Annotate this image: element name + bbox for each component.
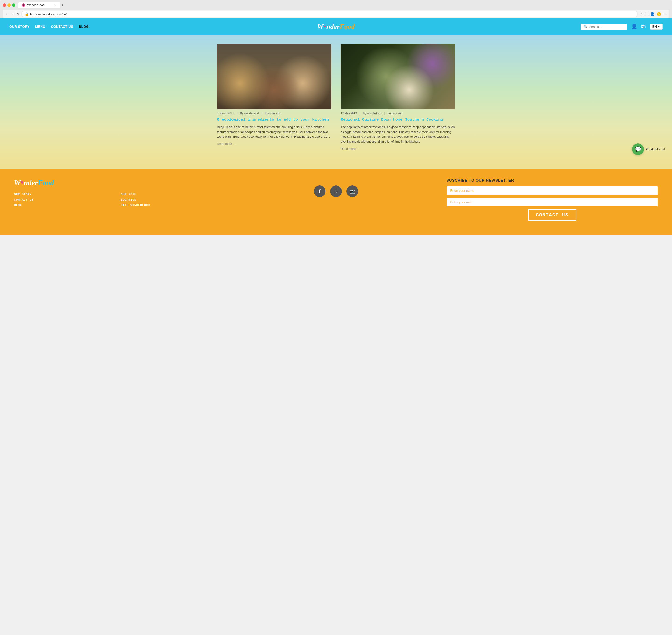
nav-our-story[interactable]: OUR STORY xyxy=(9,25,30,28)
newsletter-email-input[interactable] xyxy=(447,198,658,207)
main-content: 5 March 2020 | By wonderfood | Eco-Frien… xyxy=(0,35,672,169)
blog-title-2[interactable]: Regional Cuisine Down Home Southern Cook… xyxy=(341,117,455,123)
close-button[interactable] xyxy=(3,3,6,7)
user-icon[interactable]: 👤 xyxy=(631,24,637,30)
blog-author-2: By wonderfood xyxy=(363,112,382,115)
lang-label: EN xyxy=(652,25,657,28)
blog-meta-2: 12 May 2019 | By wonderfood | Yummy Yum xyxy=(341,112,455,115)
blog-meta-1: 5 March 2020 | By wonderfood | Eco-Frien… xyxy=(217,112,331,115)
site-wrapper: OUR STORY MENU CONTACT US BLOG W ♥ nder … xyxy=(0,18,672,235)
traffic-lights xyxy=(3,3,15,7)
twitter-icon[interactable]: t xyxy=(330,185,342,197)
cart-icon[interactable]: 🛍 xyxy=(641,24,646,30)
facebook-icon[interactable]: f xyxy=(314,185,325,197)
blog-category-2: Yummy Yum xyxy=(388,112,403,115)
search-input[interactable] xyxy=(589,25,624,28)
footer-nav-location[interactable]: LOCATION xyxy=(121,198,225,201)
logo-heart-icon: ♥ xyxy=(324,24,326,29)
footer-logo-food: Food xyxy=(38,178,54,187)
maximize-button[interactable] xyxy=(12,3,15,7)
read-more-1[interactable]: Read more xyxy=(217,142,331,146)
url-text: https://wonderfood.com/en/ xyxy=(30,13,67,16)
language-selector[interactable]: EN ▼ xyxy=(650,24,663,30)
blog-category-1: Eco-Friendly xyxy=(265,112,280,115)
footer-nav-rate[interactable]: RATE WONDERFOOD xyxy=(121,203,225,207)
newsletter-section: SUSCRIBE TO OUR NEWSLETTER CONTACT US xyxy=(447,178,658,221)
nav-contact-us[interactable]: CONTACT US xyxy=(51,25,73,28)
blog-image-1 xyxy=(217,44,331,109)
search-icon: 🔍 xyxy=(584,25,587,28)
instagram-icon[interactable]: 📷 xyxy=(347,185,358,197)
footer-logo-wonder-rest: nder xyxy=(24,178,38,187)
browser-toolbar: ← → ↻ 🔒 https://wonderfood.com/en/ ☆ ☰ 👤… xyxy=(3,9,669,18)
logo-food: Food xyxy=(340,23,355,30)
contact-us-button[interactable]: CONTACT US xyxy=(528,209,576,221)
site-header: OUR STORY MENU CONTACT US BLOG W ♥ nder … xyxy=(0,18,672,35)
nav-blog[interactable]: BLOG xyxy=(79,25,89,28)
refresh-button[interactable]: ↻ xyxy=(16,12,19,16)
back-button[interactable]: ← xyxy=(5,12,9,16)
toolbar-icons: ☆ ☰ 👤 😊 ⋯ xyxy=(640,12,667,16)
browser-chrome: ♥ WonderFood ✕ + ← → ↻ 🔒 https://wonderf… xyxy=(0,0,672,18)
blog-excerpt-1: Beryl Cook is one of Britain's most tale… xyxy=(217,125,331,139)
footer-logo-wonder-w: W xyxy=(14,178,21,187)
browser-tabs: ♥ WonderFood ✕ + xyxy=(3,2,669,8)
newsletter-title: SUSCRIBE TO OUR NEWSLETTER xyxy=(447,178,658,183)
social-icons-row: f t 📷 xyxy=(314,185,358,197)
emoji-icon[interactable]: 😊 xyxy=(657,12,661,16)
chat-bubble[interactable]: 💬 xyxy=(632,144,644,155)
wechat-icon: 💬 xyxy=(635,146,641,152)
tab-title: WonderFood xyxy=(27,3,45,7)
forward-button[interactable]: → xyxy=(11,12,15,16)
blog-author-1: By wonderfood xyxy=(240,112,259,115)
blog-card-1: 5 March 2020 | By wonderfood | Eco-Frien… xyxy=(217,44,331,151)
browser-tab[interactable]: ♥ WonderFood ✕ xyxy=(18,2,60,8)
tab-close-button[interactable]: ✕ xyxy=(54,3,57,7)
blog-image-2 xyxy=(341,44,455,109)
bookmark-icon[interactable]: ☆ xyxy=(640,12,643,16)
read-more-2[interactable]: Read more xyxy=(341,147,455,151)
blog-date-1: 5 March 2020 xyxy=(217,112,234,115)
site-footer: W ♥ nder Food OUR STORY OUR MENU CONTACT… xyxy=(0,169,672,235)
main-nav: OUR STORY MENU CONTACT US BLOG xyxy=(9,25,89,28)
footer-top: W ♥ nder Food OUR STORY OUR MENU CONTACT… xyxy=(14,178,658,221)
search-bar[interactable]: 🔍 xyxy=(581,24,627,30)
blog-title-1[interactable]: 6 ecological ingredients to add to your … xyxy=(217,117,331,123)
footer-nav-our-menu[interactable]: OUR MENU xyxy=(121,193,225,196)
footer-nav-blog[interactable]: BLOG xyxy=(14,203,109,207)
minimize-button[interactable] xyxy=(7,3,11,7)
blog-excerpt-2: The popularity of breakfast foods is a g… xyxy=(341,125,455,144)
newsletter-name-input[interactable] xyxy=(447,186,658,195)
tab-favicon: ♥ xyxy=(22,3,25,7)
profile-icon[interactable]: 👤 xyxy=(650,12,655,16)
chat-label: Chat with us! xyxy=(646,148,665,151)
header-right: 🔍 👤 🛍 EN ▼ xyxy=(581,24,663,30)
footer-nav-contact-us[interactable]: CONTACT US xyxy=(14,198,109,201)
site-logo: W ♥ nder Food xyxy=(317,23,355,30)
nav-menu[interactable]: MENU xyxy=(35,25,45,28)
chevron-down-icon: ▼ xyxy=(658,25,660,28)
blog-date-2: 12 May 2019 xyxy=(341,112,357,115)
address-bar[interactable]: 🔒 https://wonderfood.com/en/ xyxy=(21,11,638,17)
new-tab-button[interactable]: + xyxy=(61,3,64,7)
footer-logo: W ♥ nder Food xyxy=(14,178,225,187)
footer-nav: OUR STORY OUR MENU CONTACT US LOCATION B… xyxy=(14,193,225,207)
blog-grid: 5 March 2020 | By wonderfood | Eco-Frien… xyxy=(217,44,455,151)
blog-card-2: 12 May 2019 | By wonderfood | Yummy Yum … xyxy=(341,44,455,151)
footer-nav-our-story[interactable]: OUR STORY xyxy=(14,193,109,196)
footer-logo-nav: W ♥ nder Food OUR STORY OUR MENU CONTACT… xyxy=(14,178,225,207)
logo-wonder-w: W xyxy=(317,23,323,30)
footer-logo-heart-icon: ♥ xyxy=(21,180,24,186)
reading-list-icon[interactable]: ☰ xyxy=(645,12,648,16)
chat-widget[interactable]: 💬 Chat with us! xyxy=(632,144,665,155)
logo-wonder-rest: nder xyxy=(326,23,340,30)
menu-icon[interactable]: ⋯ xyxy=(663,12,667,16)
footer-social: f t 📷 xyxy=(230,178,442,197)
